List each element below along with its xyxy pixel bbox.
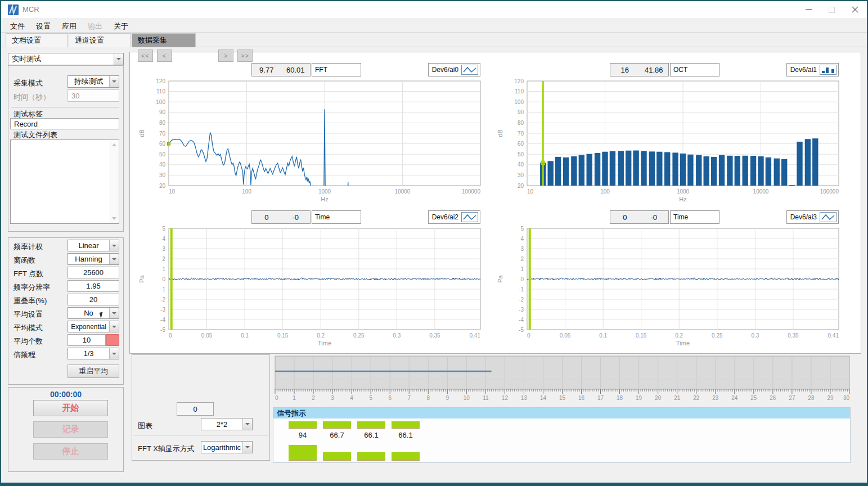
test-mode-select[interactable]: 实时测试 [8, 53, 124, 65]
window-func-select[interactable]: Hanning [68, 253, 119, 265]
svg-text:4: 4 [162, 236, 165, 242]
tab-channel-settings[interactable]: 通道设置 [69, 33, 131, 47]
fft-channel-selector[interactable]: Dev6/ai0 [428, 63, 480, 76]
svg-text:21: 21 [674, 395, 681, 401]
freq-weighting-select[interactable]: Linear [68, 240, 119, 251]
time2-plot-area[interactable]: -5-4-3-2-101234500.050.10.150.20.250.30.… [136, 225, 485, 349]
time3-channel-selector[interactable]: Dev6/ai3 [786, 210, 839, 224]
svg-text:3: 3 [331, 395, 334, 401]
svg-text:70: 70 [518, 130, 524, 137]
menu-apply[interactable]: 应用 [59, 20, 80, 33]
svg-text:Time: Time [676, 340, 690, 346]
svg-text:5: 5 [162, 226, 165, 232]
time2-type-box[interactable]: Time [312, 210, 361, 224]
time-chart-ai3: 0 -0 Time Dev6/ai3 -5-4-3-2-101234500.05… [494, 210, 843, 349]
test-file-list[interactable] [10, 140, 119, 224]
svg-text:0.1: 0.1 [241, 332, 249, 339]
fft-points-input[interactable]: 25600 [68, 267, 119, 278]
svg-text:10: 10 [527, 188, 534, 195]
svg-text:5: 5 [520, 226, 524, 232]
svg-text:22: 22 [693, 395, 700, 401]
svg-text:60: 60 [159, 141, 166, 147]
start-button[interactable]: 开始 [33, 400, 108, 416]
overlap-input[interactable]: 20 [68, 294, 119, 305]
fft-type-box[interactable]: FFT [312, 63, 361, 76]
menu-bar: 文件 设置 应用 输出 关于 [1, 18, 867, 33]
scroll-down-icon[interactable] [112, 217, 116, 220]
tab-bar: 文档设置 通道设置 数据采集 [1, 33, 867, 47]
chart-layout-select[interactable]: 2*2 [201, 418, 253, 430]
svg-text:30: 30 [159, 172, 166, 178]
acq-mode-label: 采集模式 [14, 78, 43, 88]
tab-data-acquisition[interactable]: 数据采集 [132, 33, 196, 47]
svg-text:27: 27 [789, 395, 795, 401]
svg-text:17: 17 [597, 395, 604, 401]
avg-setting-select[interactable]: No [68, 307, 119, 319]
fft-points-label: FFT 点数 [14, 269, 43, 279]
svg-text:80: 80 [159, 120, 166, 126]
svg-text:0.35: 0.35 [429, 332, 440, 339]
svg-text:-1: -1 [519, 286, 524, 292]
test-tag-input[interactable]: Record [10, 118, 119, 129]
svg-text:1: 1 [162, 266, 165, 272]
acq-time-input: 30 [68, 89, 119, 102]
octave-select[interactable]: 1/3 [68, 348, 119, 359]
fft-chart: 9.77 60.01 FFT Dev6/ai0 2030405060708090… [136, 63, 485, 205]
oct-channel-selector[interactable]: Dev6/ai1 [786, 63, 839, 76]
pager-value-field[interactable]: 0 [177, 402, 214, 416]
svg-text:0.41: 0.41 [828, 332, 839, 339]
svg-text:Pa: Pa [138, 274, 145, 282]
bar-chart-icon [820, 65, 836, 75]
svg-text:3: 3 [162, 246, 165, 252]
time3-type-box[interactable]: Time [670, 210, 719, 224]
scrollbar[interactable] [110, 141, 118, 223]
signal-peak-bar [392, 452, 420, 461]
oct-plot-area[interactable]: 2030405060708090100110120101001000100001… [494, 78, 843, 205]
svg-text:-5: -5 [160, 327, 165, 333]
svg-text:28: 28 [808, 395, 815, 401]
fft-cursor-readout: 9.77 60.01 [251, 63, 311, 76]
oct-type-box[interactable]: OCT [670, 63, 719, 76]
svg-text:20: 20 [655, 395, 662, 401]
svg-text:4: 4 [520, 236, 524, 242]
svg-text:0.05: 0.05 [201, 332, 213, 339]
svg-text:19: 19 [636, 395, 642, 401]
svg-text:-2: -2 [160, 296, 165, 303]
record-timeline[interactable]: 0123456789101112131415161718192021222324… [274, 356, 851, 404]
svg-text:-4: -4 [160, 317, 165, 323]
time3-cursor-readout: 0 -0 [610, 210, 669, 224]
signal-peak-bar [289, 445, 317, 461]
time3-plot-area[interactable]: -5-4-3-2-101234500.050.10.150.20.250.30.… [494, 225, 843, 349]
signal-value: 66.7 [323, 431, 351, 439]
divider [134, 435, 268, 436]
octave-label: 倍频程 [14, 350, 35, 360]
close-button[interactable] [845, 1, 865, 18]
svg-text:0.35: 0.35 [788, 332, 799, 339]
svg-text:26: 26 [770, 395, 776, 401]
acq-mode-select[interactable]: 持续测试 [68, 75, 119, 88]
svg-text:0.3: 0.3 [393, 332, 401, 339]
restart-average-button[interactable]: 重启平均 [68, 364, 119, 378]
svg-text:0.15: 0.15 [636, 332, 647, 339]
scroll-up-icon[interactable] [112, 143, 116, 146]
svg-text:0.25: 0.25 [712, 332, 723, 339]
menu-about[interactable]: 关于 [110, 20, 132, 33]
svg-text:0.41: 0.41 [470, 332, 481, 339]
freq-resolution-input[interactable]: 1.95 [68, 280, 119, 292]
svg-text:0.1: 0.1 [599, 332, 607, 339]
time2-channel-selector[interactable]: Dev6/ai2 [428, 210, 480, 224]
fft-xaxis-mode-select[interactable]: Logarithmic [201, 441, 253, 453]
menu-settings[interactable]: 设置 [33, 20, 54, 33]
fft-plot-area[interactable]: 2030405060708090100110120101001000100001… [136, 78, 485, 205]
maximize-button[interactable] [822, 1, 841, 18]
minimize-button[interactable] [799, 1, 818, 18]
avg-count-input[interactable]: 10 [68, 334, 106, 346]
avg-count-label: 平均个数 [14, 336, 43, 346]
menu-file[interactable]: 文件 [7, 20, 28, 33]
chevron-down-icon [114, 53, 123, 65]
svg-text:-4: -4 [519, 317, 524, 323]
freq-weighting-label: 频率计权 [14, 242, 43, 252]
tab-document-settings[interactable]: 文档设置 [6, 33, 68, 47]
avg-mode-select[interactable]: Exponential [68, 321, 119, 332]
svg-text:0.3: 0.3 [751, 332, 759, 339]
